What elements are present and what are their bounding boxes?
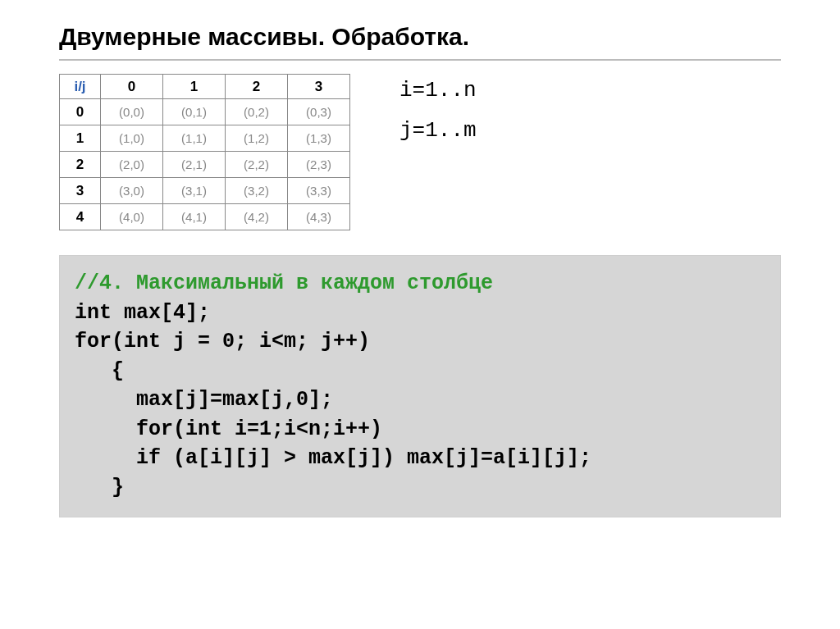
table-cell: (0,2) [226,99,288,125]
col-header: 2 [226,75,288,99]
table-cell: (3,1) [163,178,226,204]
code-line: int max[4]; [75,301,210,325]
code-line: for(int i=1;i<n;i++) [75,417,382,441]
table-corner: i/j [60,75,101,99]
row-header: 0 [60,99,101,125]
table-cell: (1,3) [288,125,350,152]
table-cell: (2,3) [288,152,350,178]
col-header: 0 [101,75,163,99]
code-comment: //4. Максимальный в каждом столбце [75,271,493,295]
table-cell: (3,3) [288,178,350,204]
table-cell: (3,2) [226,178,288,204]
table-cell: (3,0) [101,178,163,204]
table-cell: (4,0) [101,204,163,230]
table-cell: (4,2) [226,204,288,230]
row-header: 3 [60,178,101,204]
table-cell: (1,2) [226,125,288,152]
row-header: 2 [60,152,101,178]
table-cell: (2,1) [163,152,226,178]
table-cell: (2,2) [226,152,288,178]
loop-ranges: i=1..n j=1..m [399,71,477,152]
row-header: 1 [60,125,101,152]
row-header: 4 [60,204,101,230]
i-range: i=1..n [399,71,477,111]
table-cell: (4,1) [163,204,226,230]
table-cell: (0,0) [101,99,163,125]
top-row: i/j 0 1 2 3 0 (0,0) (0,1) (0,2) (0,3) 1 … [59,74,781,230]
table-cell: (0,1) [163,99,226,125]
code-line: { [75,359,124,383]
code-line: if (a[i][j] > max[j]) max[j]=a[i][j]; [75,446,591,470]
col-header: 1 [163,75,226,99]
index-table: i/j 0 1 2 3 0 (0,0) (0,1) (0,2) (0,3) 1 … [59,74,350,230]
code-line: } [75,476,124,499]
code-line: for(int j = 0; i<m; j++) [75,330,370,353]
table-cell: (1,0) [101,125,163,152]
code-line: max[j]=max[j,0]; [75,388,333,412]
table-cell: (2,0) [101,152,163,178]
table-cell: (1,1) [163,125,226,152]
table-cell: (0,3) [288,99,350,125]
col-header: 3 [288,75,350,99]
j-range: j=1..m [399,111,477,151]
page-title: Двумерные массивы. Обработка. [59,23,781,61]
table-cell: (4,3) [288,204,350,230]
code-block: //4. Максимальный в каждом столбце int m… [59,255,781,517]
